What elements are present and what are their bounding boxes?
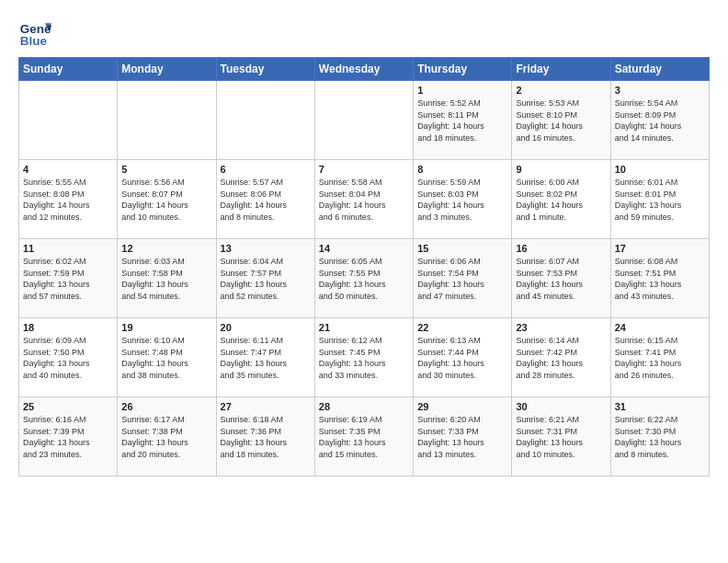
- calendar-cell: 2Sunrise: 5:53 AM Sunset: 8:10 PM Daylig…: [512, 81, 610, 160]
- day-info: Sunrise: 5:55 AM Sunset: 8:08 PM Dayligh…: [23, 177, 113, 223]
- day-info: Sunrise: 6:10 AM Sunset: 7:48 PM Dayligh…: [121, 335, 211, 381]
- day-number: 6: [221, 164, 311, 175]
- day-info: Sunrise: 5:52 AM Sunset: 8:11 PM Dayligh…: [417, 98, 507, 144]
- day-number: 25: [23, 401, 113, 412]
- calendar-cell: 3Sunrise: 5:54 AM Sunset: 8:09 PM Daylig…: [610, 81, 709, 160]
- day-info: Sunrise: 5:59 AM Sunset: 8:03 PM Dayligh…: [417, 177, 507, 223]
- day-info: Sunrise: 6:15 AM Sunset: 7:41 PM Dayligh…: [615, 335, 705, 381]
- day-info: Sunrise: 6:08 AM Sunset: 7:51 PM Dayligh…: [615, 256, 705, 302]
- day-number: 3: [615, 85, 705, 96]
- calendar-cell: 11Sunrise: 6:02 AM Sunset: 7:59 PM Dayli…: [19, 239, 118, 318]
- day-number: 1: [417, 85, 507, 96]
- calendar-cell: 8Sunrise: 5:59 AM Sunset: 8:03 PM Daylig…: [414, 160, 512, 239]
- weekday-sunday: Sunday: [19, 58, 118, 81]
- svg-text:Blue: Blue: [20, 34, 48, 48]
- calendar-cell: [118, 81, 216, 160]
- calendar-cell: 4Sunrise: 5:55 AM Sunset: 8:08 PM Daylig…: [19, 160, 118, 239]
- day-info: Sunrise: 6:21 AM Sunset: 7:31 PM Dayligh…: [516, 414, 606, 460]
- calendar-cell: [216, 81, 314, 160]
- day-info: Sunrise: 5:53 AM Sunset: 8:10 PM Dayligh…: [516, 98, 606, 144]
- calendar-cell: 29Sunrise: 6:20 AM Sunset: 7:33 PM Dayli…: [414, 397, 512, 477]
- day-number: 4: [23, 164, 113, 175]
- day-info: Sunrise: 6:02 AM Sunset: 7:59 PM Dayligh…: [23, 256, 113, 302]
- day-number: 2: [516, 85, 606, 96]
- weekday-saturday: Saturday: [610, 58, 709, 81]
- header: General Blue: [18, 17, 710, 50]
- day-info: Sunrise: 6:01 AM Sunset: 8:01 PM Dayligh…: [615, 177, 705, 223]
- calendar-cell: 9Sunrise: 6:00 AM Sunset: 8:02 PM Daylig…: [512, 160, 610, 239]
- logo: General Blue: [18, 17, 51, 50]
- calendar-cell: 30Sunrise: 6:21 AM Sunset: 7:31 PM Dayli…: [512, 397, 610, 477]
- day-number: 27: [221, 401, 311, 412]
- day-number: 15: [417, 243, 507, 254]
- day-number: 7: [319, 164, 409, 175]
- day-number: 14: [319, 243, 409, 254]
- day-info: Sunrise: 6:13 AM Sunset: 7:44 PM Dayligh…: [417, 335, 507, 381]
- calendar-body: 1Sunrise: 5:52 AM Sunset: 8:11 PM Daylig…: [19, 81, 710, 477]
- week-row-1: 1Sunrise: 5:52 AM Sunset: 8:11 PM Daylig…: [19, 81, 710, 160]
- day-number: 5: [121, 164, 211, 175]
- day-info: Sunrise: 6:06 AM Sunset: 7:54 PM Dayligh…: [417, 256, 507, 302]
- calendar-cell: 27Sunrise: 6:18 AM Sunset: 7:36 PM Dayli…: [216, 397, 314, 477]
- weekday-monday: Monday: [118, 58, 216, 81]
- day-number: 10: [615, 164, 705, 175]
- day-info: Sunrise: 6:14 AM Sunset: 7:42 PM Dayligh…: [516, 335, 606, 381]
- day-number: 31: [615, 401, 705, 412]
- day-info: Sunrise: 6:17 AM Sunset: 7:38 PM Dayligh…: [121, 414, 211, 460]
- day-info: Sunrise: 5:56 AM Sunset: 8:07 PM Dayligh…: [121, 177, 211, 223]
- week-row-4: 18Sunrise: 6:09 AM Sunset: 7:50 PM Dayli…: [19, 318, 710, 397]
- day-info: Sunrise: 6:03 AM Sunset: 7:58 PM Dayligh…: [121, 256, 211, 302]
- calendar-cell: 21Sunrise: 6:12 AM Sunset: 7:45 PM Dayli…: [314, 318, 413, 397]
- calendar-cell: 22Sunrise: 6:13 AM Sunset: 7:44 PM Dayli…: [414, 318, 512, 397]
- calendar-cell: 24Sunrise: 6:15 AM Sunset: 7:41 PM Dayli…: [610, 318, 709, 397]
- day-number: 28: [319, 401, 409, 412]
- weekday-wednesday: Wednesday: [314, 58, 413, 81]
- day-number: 8: [417, 164, 507, 175]
- weekday-row: SundayMondayTuesdayWednesdayThursdayFrid…: [19, 58, 710, 81]
- calendar-cell: 26Sunrise: 6:17 AM Sunset: 7:38 PM Dayli…: [118, 397, 216, 477]
- day-number: 30: [516, 401, 606, 412]
- calendar: SundayMondayTuesdayWednesdayThursdayFrid…: [18, 57, 710, 477]
- day-info: Sunrise: 6:12 AM Sunset: 7:45 PM Dayligh…: [319, 335, 409, 381]
- calendar-cell: 28Sunrise: 6:19 AM Sunset: 7:35 PM Dayli…: [314, 397, 413, 477]
- week-row-3: 11Sunrise: 6:02 AM Sunset: 7:59 PM Dayli…: [19, 239, 710, 318]
- calendar-cell: 17Sunrise: 6:08 AM Sunset: 7:51 PM Dayli…: [610, 239, 709, 318]
- day-info: Sunrise: 6:04 AM Sunset: 7:57 PM Dayligh…: [221, 256, 311, 302]
- calendar-cell: 16Sunrise: 6:07 AM Sunset: 7:53 PM Dayli…: [512, 239, 610, 318]
- day-info: Sunrise: 6:20 AM Sunset: 7:33 PM Dayligh…: [417, 414, 507, 460]
- day-number: 11: [23, 243, 113, 254]
- day-info: Sunrise: 5:57 AM Sunset: 8:06 PM Dayligh…: [221, 177, 311, 223]
- day-info: Sunrise: 6:09 AM Sunset: 7:50 PM Dayligh…: [23, 335, 113, 381]
- day-info: Sunrise: 6:16 AM Sunset: 7:39 PM Dayligh…: [23, 414, 113, 460]
- day-number: 21: [319, 322, 409, 333]
- day-info: Sunrise: 6:11 AM Sunset: 7:47 PM Dayligh…: [221, 335, 311, 381]
- calendar-cell: 15Sunrise: 6:06 AM Sunset: 7:54 PM Dayli…: [414, 239, 512, 318]
- weekday-thursday: Thursday: [414, 58, 512, 81]
- week-row-5: 25Sunrise: 6:16 AM Sunset: 7:39 PM Dayli…: [19, 397, 710, 477]
- day-number: 19: [121, 322, 211, 333]
- day-number: 26: [121, 401, 211, 412]
- day-number: 9: [516, 164, 606, 175]
- calendar-cell: 23Sunrise: 6:14 AM Sunset: 7:42 PM Dayli…: [512, 318, 610, 397]
- day-number: 23: [516, 322, 606, 333]
- calendar-cell: 1Sunrise: 5:52 AM Sunset: 8:11 PM Daylig…: [414, 81, 512, 160]
- calendar-cell: 31Sunrise: 6:22 AM Sunset: 7:30 PM Dayli…: [610, 397, 709, 477]
- calendar-cell: 14Sunrise: 6:05 AM Sunset: 7:55 PM Dayli…: [314, 239, 413, 318]
- day-info: Sunrise: 6:07 AM Sunset: 7:53 PM Dayligh…: [516, 256, 606, 302]
- calendar-cell: 10Sunrise: 6:01 AM Sunset: 8:01 PM Dayli…: [610, 160, 709, 239]
- weekday-tuesday: Tuesday: [216, 58, 314, 81]
- weekday-friday: Friday: [512, 58, 610, 81]
- day-number: 29: [417, 401, 507, 412]
- calendar-header: SundayMondayTuesdayWednesdayThursdayFrid…: [19, 58, 710, 81]
- day-number: 24: [615, 322, 705, 333]
- day-info: Sunrise: 5:54 AM Sunset: 8:09 PM Dayligh…: [615, 98, 705, 144]
- day-number: 22: [417, 322, 507, 333]
- calendar-cell: 6Sunrise: 5:57 AM Sunset: 8:06 PM Daylig…: [216, 160, 314, 239]
- calendar-cell: [314, 81, 413, 160]
- page: General Blue SundayMondayTuesdayWednesda…: [0, 0, 728, 563]
- calendar-cell: 18Sunrise: 6:09 AM Sunset: 7:50 PM Dayli…: [19, 318, 118, 397]
- logo-icon: General Blue: [18, 17, 51, 50]
- day-number: 20: [221, 322, 311, 333]
- day-info: Sunrise: 5:58 AM Sunset: 8:04 PM Dayligh…: [319, 177, 409, 223]
- calendar-cell: 13Sunrise: 6:04 AM Sunset: 7:57 PM Dayli…: [216, 239, 314, 318]
